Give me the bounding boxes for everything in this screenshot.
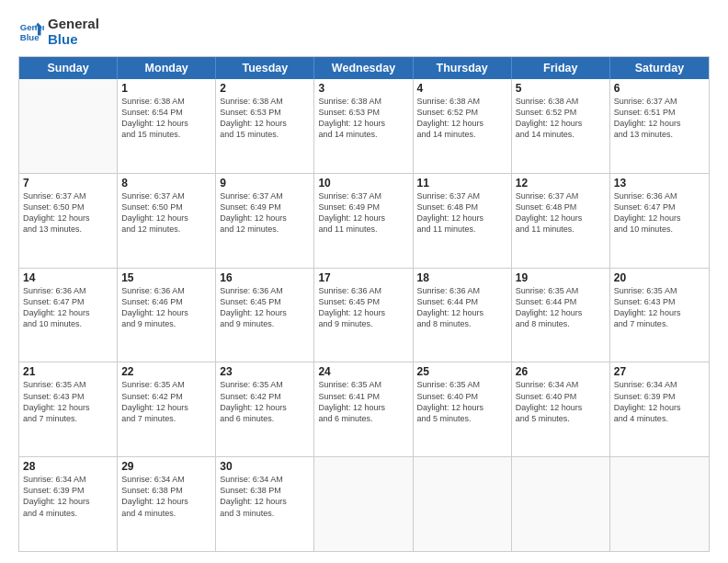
day-number: 16	[220, 271, 310, 284]
cell-info: Sunrise: 6:34 AM Sunset: 6:39 PM Dayligh…	[614, 379, 705, 424]
day-number: 11	[417, 177, 507, 190]
calendar-cell: 21Sunrise: 6:35 AM Sunset: 6:43 PM Dayli…	[19, 362, 118, 456]
day-number: 4	[417, 82, 507, 95]
calendar-cell: 28Sunrise: 6:34 AM Sunset: 6:39 PM Dayli…	[19, 457, 118, 551]
day-number: 20	[614, 271, 705, 284]
day-number: 6	[614, 82, 705, 95]
cell-info: Sunrise: 6:36 AM Sunset: 6:46 PM Dayligh…	[121, 285, 211, 330]
cell-info: Sunrise: 6:38 AM Sunset: 6:52 PM Dayligh…	[516, 96, 606, 141]
cell-info: Sunrise: 6:36 AM Sunset: 6:47 PM Dayligh…	[614, 190, 705, 236]
day-number: 1	[121, 82, 211, 95]
calendar-cell	[19, 79, 118, 173]
header-day-sunday: Sunday	[19, 57, 118, 79]
calendar-cell: 5Sunrise: 6:38 AM Sunset: 6:52 PM Daylig…	[512, 79, 610, 173]
header: General Blue General Blue	[18, 17, 710, 47]
day-number: 10	[318, 177, 408, 190]
calendar-row-3: 14Sunrise: 6:36 AM Sunset: 6:47 PM Dayli…	[19, 268, 709, 362]
header-day-saturday: Saturday	[610, 57, 709, 79]
calendar-cell: 19Sunrise: 6:35 AM Sunset: 6:44 PM Dayli…	[512, 269, 610, 362]
day-number: 30	[220, 460, 310, 473]
day-number: 14	[23, 271, 113, 284]
calendar: SundayMondayTuesdayWednesdayThursdayFrid…	[18, 56, 710, 552]
day-number: 19	[516, 271, 606, 284]
header-day-friday: Friday	[512, 57, 610, 79]
day-number: 21	[23, 365, 113, 378]
svg-text:Blue: Blue	[20, 31, 40, 41]
calendar-cell: 30Sunrise: 6:34 AM Sunset: 6:38 PM Dayli…	[216, 457, 314, 551]
day-number: 12	[516, 177, 606, 190]
calendar-cell: 15Sunrise: 6:36 AM Sunset: 6:46 PM Dayli…	[118, 269, 216, 362]
calendar-header: SundayMondayTuesdayWednesdayThursdayFrid…	[19, 57, 709, 79]
calendar-row-4: 21Sunrise: 6:35 AM Sunset: 6:43 PM Dayli…	[19, 362, 709, 456]
logo-line2: Blue	[48, 32, 99, 48]
cell-info: Sunrise: 6:38 AM Sunset: 6:53 PM Dayligh…	[220, 96, 310, 141]
calendar-cell: 13Sunrise: 6:36 AM Sunset: 6:47 PM Dayli…	[610, 174, 709, 268]
cell-info: Sunrise: 6:37 AM Sunset: 6:49 PM Dayligh…	[318, 190, 408, 236]
day-number: 23	[220, 365, 310, 378]
calendar-cell: 9Sunrise: 6:37 AM Sunset: 6:49 PM Daylig…	[216, 174, 314, 268]
day-number: 17	[318, 271, 408, 284]
header-day-monday: Monday	[118, 57, 216, 79]
cell-info: Sunrise: 6:35 AM Sunset: 6:42 PM Dayligh…	[121, 379, 211, 424]
cell-info: Sunrise: 6:37 AM Sunset: 6:51 PM Dayligh…	[614, 96, 705, 141]
cell-info: Sunrise: 6:38 AM Sunset: 6:53 PM Dayligh…	[318, 96, 408, 141]
header-day-tuesday: Tuesday	[216, 57, 314, 79]
calendar-row-2: 7Sunrise: 6:37 AM Sunset: 6:50 PM Daylig…	[19, 173, 709, 268]
day-number: 18	[417, 271, 507, 284]
cell-info: Sunrise: 6:36 AM Sunset: 6:47 PM Dayligh…	[23, 285, 113, 330]
calendar-cell: 10Sunrise: 6:37 AM Sunset: 6:49 PM Dayli…	[314, 174, 413, 268]
cell-info: Sunrise: 6:34 AM Sunset: 6:39 PM Dayligh…	[23, 474, 113, 519]
calendar-cell: 3Sunrise: 6:38 AM Sunset: 6:53 PM Daylig…	[314, 79, 413, 173]
cell-info: Sunrise: 6:35 AM Sunset: 6:43 PM Dayligh…	[23, 379, 113, 424]
calendar-cell: 23Sunrise: 6:35 AM Sunset: 6:42 PM Dayli…	[216, 362, 314, 456]
cell-info: Sunrise: 6:34 AM Sunset: 6:38 PM Dayligh…	[220, 474, 310, 519]
day-number: 13	[614, 177, 705, 190]
cell-info: Sunrise: 6:34 AM Sunset: 6:40 PM Dayligh…	[516, 379, 606, 424]
calendar-cell: 14Sunrise: 6:36 AM Sunset: 6:47 PM Dayli…	[19, 269, 118, 362]
cell-info: Sunrise: 6:37 AM Sunset: 6:50 PM Dayligh…	[23, 190, 113, 236]
calendar-cell: 6Sunrise: 6:37 AM Sunset: 6:51 PM Daylig…	[610, 79, 709, 173]
calendar-cell	[414, 457, 512, 551]
calendar-cell: 2Sunrise: 6:38 AM Sunset: 6:53 PM Daylig…	[216, 79, 314, 173]
day-number: 28	[23, 460, 113, 473]
day-number: 5	[516, 82, 606, 95]
cell-info: Sunrise: 6:38 AM Sunset: 6:54 PM Dayligh…	[121, 96, 211, 141]
cell-info: Sunrise: 6:35 AM Sunset: 6:44 PM Dayligh…	[516, 285, 606, 330]
day-number: 25	[417, 365, 507, 378]
cell-info: Sunrise: 6:38 AM Sunset: 6:52 PM Dayligh…	[417, 96, 507, 141]
calendar-cell: 18Sunrise: 6:36 AM Sunset: 6:44 PM Dayli…	[414, 269, 512, 362]
logo-icon: General Blue	[18, 19, 44, 45]
calendar-cell: 16Sunrise: 6:36 AM Sunset: 6:45 PM Dayli…	[216, 269, 314, 362]
calendar-cell: 1Sunrise: 6:38 AM Sunset: 6:54 PM Daylig…	[118, 79, 216, 173]
calendar-cell: 25Sunrise: 6:35 AM Sunset: 6:40 PM Dayli…	[414, 362, 512, 456]
cell-info: Sunrise: 6:35 AM Sunset: 6:41 PM Dayligh…	[318, 379, 408, 424]
calendar-body: 1Sunrise: 6:38 AM Sunset: 6:54 PM Daylig…	[19, 79, 709, 551]
logo: General Blue General Blue	[18, 17, 99, 47]
day-number: 24	[318, 365, 408, 378]
calendar-cell: 29Sunrise: 6:34 AM Sunset: 6:38 PM Dayli…	[118, 457, 216, 551]
logo-line1: General	[48, 17, 99, 32]
calendar-cell	[512, 457, 610, 551]
cell-info: Sunrise: 6:37 AM Sunset: 6:50 PM Dayligh…	[121, 190, 211, 236]
calendar-cell: 17Sunrise: 6:36 AM Sunset: 6:45 PM Dayli…	[314, 269, 413, 362]
cell-info: Sunrise: 6:37 AM Sunset: 6:48 PM Dayligh…	[516, 190, 606, 236]
calendar-cell	[314, 457, 413, 551]
calendar-cell: 22Sunrise: 6:35 AM Sunset: 6:42 PM Dayli…	[118, 362, 216, 456]
day-number: 27	[614, 365, 705, 378]
day-number: 7	[23, 177, 113, 190]
calendar-cell: 24Sunrise: 6:35 AM Sunset: 6:41 PM Dayli…	[314, 362, 413, 456]
cell-info: Sunrise: 6:37 AM Sunset: 6:48 PM Dayligh…	[417, 190, 507, 236]
cell-info: Sunrise: 6:36 AM Sunset: 6:45 PM Dayligh…	[318, 285, 408, 330]
cell-info: Sunrise: 6:36 AM Sunset: 6:45 PM Dayligh…	[220, 285, 310, 330]
calendar-cell: 26Sunrise: 6:34 AM Sunset: 6:40 PM Dayli…	[512, 362, 610, 456]
day-number: 8	[121, 177, 211, 190]
day-number: 29	[121, 460, 211, 473]
calendar-cell: 7Sunrise: 6:37 AM Sunset: 6:50 PM Daylig…	[19, 174, 118, 268]
header-day-thursday: Thursday	[414, 57, 512, 79]
cell-info: Sunrise: 6:35 AM Sunset: 6:43 PM Dayligh…	[614, 285, 705, 330]
calendar-cell: 27Sunrise: 6:34 AM Sunset: 6:39 PM Dayli…	[610, 362, 709, 456]
day-number: 15	[121, 271, 211, 284]
cell-info: Sunrise: 6:37 AM Sunset: 6:49 PM Dayligh…	[220, 190, 310, 236]
day-number: 9	[220, 177, 310, 190]
calendar-row-5: 28Sunrise: 6:34 AM Sunset: 6:39 PM Dayli…	[19, 456, 709, 551]
